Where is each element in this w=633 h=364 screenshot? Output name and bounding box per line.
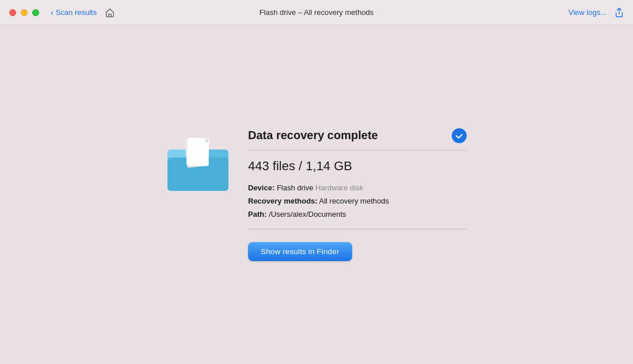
titlebar: ‹ Scan results Flash drive – All recover…	[0, 0, 633, 25]
back-label: Scan results	[56, 8, 97, 17]
device-name: Flash drive	[277, 183, 314, 192]
device-secondary-text: Hardware disk	[315, 183, 363, 192]
share-button[interactable]	[615, 7, 624, 18]
show-results-button[interactable]: Show results in Finder	[248, 242, 352, 261]
recovery-card: Data recovery complete 443 files / 1,14 …	[166, 128, 467, 262]
checkmark-icon	[455, 132, 463, 140]
chevron-left-icon: ‹	[51, 8, 54, 17]
home-icon	[105, 7, 115, 18]
close-button[interactable]	[9, 9, 16, 16]
file-count: 443 files / 1,14 GB	[248, 159, 467, 174]
titlebar-right: View logs...	[569, 7, 624, 18]
recovery-row: Recovery methods: All recovery methods	[248, 196, 467, 206]
share-icon	[615, 7, 624, 18]
main-content: Data recovery complete 443 files / 1,14 …	[0, 25, 633, 364]
device-row: Device: Flash drive Hardware disk	[248, 183, 467, 193]
path-label: Path:	[248, 210, 267, 219]
svg-rect-3	[186, 137, 209, 166]
divider	[248, 229, 467, 229]
recovery-value-text: All recovery methods	[319, 197, 389, 205]
back-button[interactable]: ‹ Scan results	[51, 8, 97, 17]
info-header: Data recovery complete	[248, 128, 467, 151]
meta-info: Device: Flash drive Hardware disk Recove…	[248, 183, 467, 220]
path-row: Path: /Users/alex/Documents	[248, 209, 467, 220]
recovery-label: Recovery methods:	[248, 197, 318, 205]
maximize-button[interactable]	[32, 9, 39, 16]
check-icon	[452, 128, 467, 143]
folder-icon	[166, 137, 230, 194]
home-button[interactable]	[105, 7, 115, 18]
minimize-button[interactable]	[21, 9, 28, 16]
window-title: Flash drive – All recovery methods	[260, 8, 374, 17]
path-value-text: /Users/alex/Documents	[269, 210, 346, 219]
view-logs-button[interactable]: View logs...	[569, 8, 607, 17]
recovery-title: Data recovery complete	[248, 129, 378, 142]
info-panel: Data recovery complete 443 files / 1,14 …	[248, 128, 467, 262]
traffic-lights	[9, 9, 39, 16]
folder-icon-wrapper	[166, 134, 230, 197]
device-label: Device:	[248, 183, 274, 192]
